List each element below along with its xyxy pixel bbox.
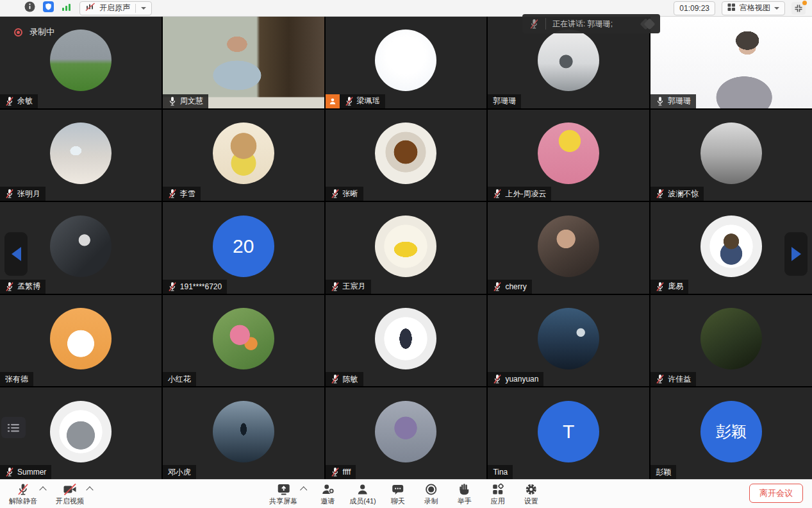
name-tag: 郭珊珊 [488, 94, 521, 108]
participant-name: Tina [493, 468, 508, 477]
participant-tile[interactable]: 小红花 [163, 295, 324, 387]
participant-name: 邓小虎 [168, 467, 191, 478]
divider [135, 4, 136, 13]
participant-name: 许佳益 [668, 374, 691, 385]
name-tag: Summer [0, 465, 51, 479]
mic-muted-icon [331, 374, 340, 384]
name-tag: 陈敏 [326, 372, 363, 386]
mic-muted-icon [656, 374, 665, 384]
avatar [375, 123, 436, 184]
avatar [375, 401, 436, 462]
arrow-right-icon [791, 247, 801, 261]
name-tag: 许佳益 [650, 372, 696, 386]
participant-name: 余敏 [17, 96, 33, 106]
toolbar-button-raise-hand[interactable]: 举手 [453, 482, 476, 506]
participant-tile[interactable]: ffff [326, 387, 487, 479]
speaking-banner: 正在讲话: 郭珊珊; [522, 14, 660, 33]
mic-muted-icon [5, 96, 14, 106]
participant-tile[interactable]: 李雪 [163, 110, 324, 201]
mic-muted-icon [493, 374, 502, 384]
chevron-up-icon[interactable] [39, 486, 46, 493]
leave-meeting-button[interactable]: 离开会议 [749, 484, 803, 503]
toolbar-label: 设置 [524, 496, 538, 506]
avatar [375, 30, 436, 91]
mic-on-icon [168, 96, 177, 106]
original-sound-toggle[interactable]: 开启原声 [79, 1, 152, 15]
participant-tile[interactable]: T Tina [488, 387, 649, 479]
info-icon[interactable] [24, 1, 35, 15]
participant-tile[interactable]: 梁珮瑶 [326, 17, 487, 108]
chevron-up-icon[interactable] [86, 486, 93, 493]
toolbar-button-members[interactable]: 成员(41) [349, 482, 376, 506]
toolbar-label: 邀请 [320, 496, 335, 506]
mic-muted-icon [168, 189, 177, 199]
participant-name: 王宸月 [343, 281, 366, 292]
avatar [700, 308, 762, 369]
toolbar-label: 成员(41) [349, 496, 376, 506]
participant-tile[interactable]: 周文慧 [163, 17, 324, 108]
toolbar-button-settings[interactable]: 设置 [520, 482, 543, 506]
exit-fullscreen-button[interactable] [791, 2, 806, 15]
chevron-down-icon[interactable] [774, 7, 779, 10]
toolbar-button-chat[interactable]: 聊天 [386, 482, 410, 506]
participant-tile[interactable]: 陈敏 [326, 295, 487, 387]
share-screen-icon [276, 482, 290, 496]
view-mode-selector[interactable]: 宫格视图 [722, 1, 785, 15]
mic-muted-icon [493, 189, 502, 199]
record-dot-icon [14, 28, 22, 37]
participant-tile[interactable]: 张明月 [0, 110, 162, 201]
toolbar-button-camera-muted[interactable]: 开启视频 [56, 482, 84, 506]
avatar: 彭颖 [700, 401, 762, 462]
participant-tile[interactable]: 20 191****6720 [163, 202, 324, 294]
toolbar-button-share-screen[interactable]: 共享屏幕 [269, 482, 297, 506]
participant-tile[interactable]: 波澜不惊 [650, 110, 812, 201]
toolbar-label: 应用 [491, 496, 505, 506]
record-icon [425, 482, 438, 496]
signal-icon[interactable] [62, 3, 72, 14]
member-list-toggle[interactable] [1, 417, 26, 438]
name-tag: yuanyuan [488, 372, 543, 386]
settings-icon [525, 482, 538, 496]
participant-tile[interactable]: 上外-周凌云 [488, 110, 649, 201]
mic-on-icon [656, 96, 665, 106]
invite-icon [320, 482, 335, 496]
next-page-button[interactable] [784, 232, 808, 276]
name-tag: 梁珮瑶 [326, 94, 385, 108]
name-tag: cherry [488, 280, 531, 294]
name-tag: 波澜不惊 [650, 187, 704, 201]
participant-tile[interactable]: cherry [488, 202, 649, 294]
participant-tile[interactable]: 邓小虎 [163, 387, 324, 479]
toolbar-button-apps[interactable]: 应用 [486, 482, 510, 506]
participant-tile[interactable]: 许佳益 [650, 295, 812, 387]
members-icon [356, 482, 370, 496]
mic-muted-icon [656, 189, 665, 199]
participant-name: 上外-周凌云 [505, 189, 546, 199]
toolbar-button-mic-muted[interactable]: 解除静音 [9, 482, 37, 506]
participant-name: Summer [17, 468, 46, 477]
avatar [213, 123, 274, 184]
name-tag: 郭珊珊 [650, 94, 696, 108]
view-mode-label: 宫格视图 [740, 3, 770, 13]
name-tag: Tina [488, 465, 513, 479]
toolbar-button-invite[interactable]: 邀请 [316, 482, 339, 506]
participant-tile[interactable]: 张有德 [0, 295, 162, 387]
chevron-up-icon[interactable] [300, 486, 307, 493]
avatar [538, 30, 599, 91]
participant-tile[interactable]: yuanyuan [488, 295, 649, 387]
previous-page-button[interactable] [4, 232, 28, 276]
chevron-down-icon[interactable] [141, 7, 146, 10]
participant-tile[interactable]: 王宸月 [326, 202, 487, 294]
avatar [50, 308, 112, 369]
mic-muted-icon [493, 282, 502, 292]
shield-icon[interactable] [43, 1, 54, 15]
toolbar-label: 开启视频 [56, 496, 84, 506]
participant-name: 彭颖 [656, 467, 671, 478]
participant-name: 梁珮瑶 [357, 96, 380, 106]
participant-tile[interactable]: 郭珊珊 [650, 17, 812, 108]
avatar [700, 216, 762, 277]
participant-tile[interactable]: 张晰 [326, 110, 487, 201]
toolbar-button-record[interactable]: 录制 [420, 482, 443, 506]
participant-tile[interactable]: 彭颖 彭颖 [650, 387, 812, 479]
participant-name: 孟繁博 [17, 281, 40, 292]
mic-muted-icon [168, 282, 177, 292]
